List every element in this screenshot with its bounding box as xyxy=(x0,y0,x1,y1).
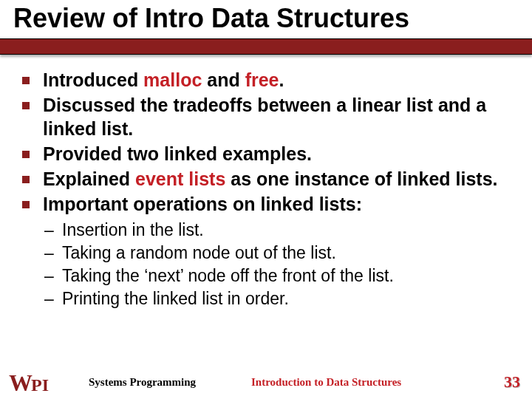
sub-bullet-item: Taking the ‘next’ node off the front of … xyxy=(43,265,513,287)
text: Taking the ‘next’ node off the front of … xyxy=(62,266,394,285)
text: as one instance of linked lists. xyxy=(225,168,497,189)
title-area: Review of Intro Data Structures xyxy=(0,0,532,38)
text: . xyxy=(279,69,284,90)
logo-letter-p: P xyxy=(31,376,42,394)
text: Introduced xyxy=(43,69,143,90)
slide-title: Review of Intro Data Structures xyxy=(13,4,519,33)
text: Important operations on linked lists: xyxy=(43,194,362,214)
bullet-item: Important operations on linked lists: xyxy=(19,192,513,216)
text: Discussed the tradeoffs between a linear… xyxy=(43,95,486,139)
text: and xyxy=(202,69,245,90)
slide: Review of Intro Data Structures Introduc… xyxy=(0,0,532,399)
page-number: 33 xyxy=(504,372,520,392)
footer: WPI Systems Programming Introduction to … xyxy=(0,359,532,399)
logo-letter-w: W xyxy=(9,371,31,395)
keyword-malloc: malloc xyxy=(143,69,202,90)
footer-topic: Introduction to Data Structures xyxy=(251,376,401,389)
text: Explained xyxy=(43,168,135,189)
text: Taking a random node out of the list. xyxy=(62,243,336,262)
sub-bullet-item: Taking a random node out of the list. xyxy=(43,242,513,265)
bullet-item: Discussed the tradeoffs between a linear… xyxy=(19,93,513,140)
text: Provided two linked examples. xyxy=(43,143,312,164)
bullet-item: Explained event lists as one instance of… xyxy=(19,167,513,191)
text: Insertion in the list. xyxy=(62,220,204,239)
wpi-logo: WPI xyxy=(9,371,49,395)
sub-bullet-item: Insertion in the list. xyxy=(43,219,513,242)
keyword-event-lists: event lists xyxy=(135,168,225,189)
title-underline-bar xyxy=(0,38,532,55)
keyword-free: free xyxy=(245,69,279,90)
bullet-item: Provided two linked examples. xyxy=(19,142,513,166)
footer-course: Systems Programming xyxy=(89,376,196,389)
sub-bullet-item: Printing the linked list in order. xyxy=(43,287,513,310)
sub-bullet-list: Insertion in the list. Taking a random n… xyxy=(43,219,513,310)
bullet-item: Introduced malloc and free. xyxy=(19,68,513,92)
content-area: Introduced malloc and free. Discussed th… xyxy=(0,55,532,399)
bullet-list: Introduced malloc and free. Discussed th… xyxy=(19,68,513,216)
text: Printing the linked list in order. xyxy=(62,289,289,308)
logo-letter-i: I xyxy=(42,376,49,394)
